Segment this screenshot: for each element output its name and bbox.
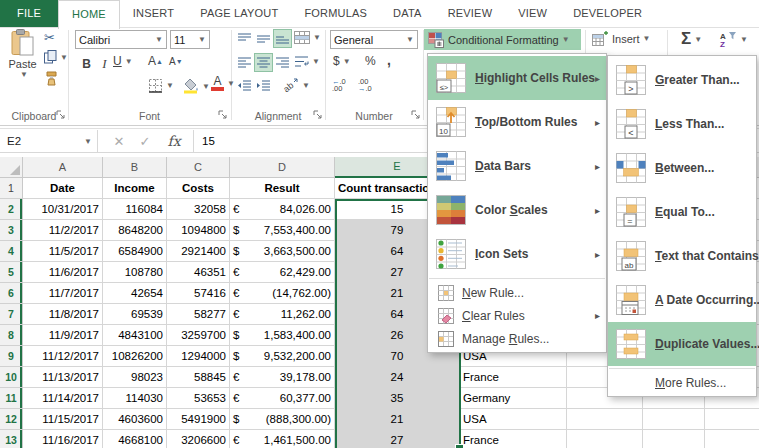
cut-scissors-icon[interactable]: ✂: [44, 30, 55, 45]
tab-insert[interactable]: INSERT: [120, 0, 187, 27]
menu-item-between[interactable]: Between...: [608, 146, 756, 190]
cell-A3[interactable]: 11/2/2017: [23, 220, 103, 241]
menu-item-icon-sets[interactable]: Icon Sets▸: [428, 232, 606, 276]
name-box[interactable]: E2▼: [0, 130, 98, 152]
comma-format-button[interactable]: ,: [387, 52, 391, 68]
cell-F11[interactable]: Germany: [460, 388, 567, 409]
cell-F13[interactable]: France: [460, 430, 567, 448]
select-all-corner[interactable]: [0, 157, 23, 178]
cell-C8[interactable]: 3259700: [167, 325, 230, 346]
enter-check-icon[interactable]: ✓: [133, 130, 157, 152]
row-header-7[interactable]: 7: [0, 304, 23, 325]
insert-function-icon[interactable]: fx: [160, 130, 188, 152]
cell-A5[interactable]: 11/6/2017: [23, 262, 103, 283]
cell-D12[interactable]: $(888,300.00): [230, 409, 335, 430]
italic-button[interactable]: I: [95, 54, 114, 73]
cell-C10[interactable]: 58845: [167, 367, 230, 388]
row-header-12[interactable]: 12: [0, 409, 23, 430]
cell-B9[interactable]: 10826200: [103, 346, 167, 367]
cell-B10[interactable]: 98023: [103, 367, 167, 388]
cell-G12[interactable]: [567, 409, 643, 430]
align-center-icon[interactable]: [254, 53, 273, 72]
column-header-B[interactable]: B: [103, 157, 167, 178]
menu-item-duplicate-values[interactable]: Duplicate Values...: [608, 322, 756, 366]
align-left-icon[interactable]: [235, 53, 254, 72]
menu-item-clear-rules[interactable]: Clear Rules▸: [428, 304, 606, 327]
cell-D8[interactable]: $1,583,400.00: [230, 325, 335, 346]
cell-E10[interactable]: 24: [335, 367, 460, 388]
cell-B11[interactable]: 114030: [103, 388, 167, 409]
tab-view[interactable]: VIEW: [505, 0, 560, 27]
percent-format-button[interactable]: %: [365, 54, 376, 68]
decrease-indent-icon[interactable]: [235, 76, 254, 95]
cell-D7[interactable]: €11,262.00: [230, 304, 335, 325]
row-header-11[interactable]: 11: [0, 388, 23, 409]
cell-B13[interactable]: 4668100: [103, 430, 167, 448]
currency-format-button[interactable]: $▼: [333, 54, 351, 68]
cell-D10[interactable]: €39,178.00: [230, 367, 335, 388]
cell-B4[interactable]: 6584900: [103, 241, 167, 262]
cell-C9[interactable]: 1294000: [167, 346, 230, 367]
row-header-8[interactable]: 8: [0, 325, 23, 346]
tab-formulas[interactable]: FORMULAS: [291, 0, 380, 27]
cancel-icon[interactable]: ✕: [107, 130, 131, 152]
cell-A9[interactable]: 11/12/2017: [23, 346, 103, 367]
menu-item-more-rules[interactable]: More Rules...: [608, 371, 756, 394]
cell-E13[interactable]: 27: [335, 430, 460, 448]
cell-A4[interactable]: 11/5/2017: [23, 241, 103, 262]
align-middle-icon[interactable]: [254, 29, 273, 48]
sort-filter-button[interactable]: AZ▼: [719, 31, 748, 47]
cell-C13[interactable]: 3206600: [167, 430, 230, 448]
bold-button[interactable]: B: [77, 54, 96, 73]
align-bottom-icon[interactable]: [273, 29, 292, 48]
row-header-13[interactable]: 13: [0, 430, 23, 448]
menu-item-less-than[interactable]: <Less Than...: [608, 102, 756, 146]
menu-item-color-scales[interactable]: Color Scales▸: [428, 188, 606, 232]
decrease-font-size-button[interactable]: A▼: [169, 56, 183, 67]
row-header-10[interactable]: 10: [0, 367, 23, 388]
row-header-9[interactable]: 9: [0, 346, 23, 367]
row-header-5[interactable]: 5: [0, 262, 23, 283]
wrap-text-button[interactable]: ▼: [294, 55, 320, 68]
tab-review[interactable]: REVIEW: [435, 0, 506, 27]
cell-H12[interactable]: [643, 409, 705, 430]
menu-item-equal-to[interactable]: =Equal To...: [608, 190, 756, 234]
clipboard-dialog-launcher-icon[interactable]: [56, 110, 66, 120]
cell-B3[interactable]: 8648200: [103, 220, 167, 241]
menu-item-highlight-cells-rules[interactable]: ≤>Highlight Cells Rules▸: [428, 56, 606, 100]
font-dialog-launcher-icon[interactable]: [218, 110, 228, 120]
row-header-2[interactable]: 2: [0, 199, 23, 220]
cell-B7[interactable]: 69539: [103, 304, 167, 325]
fill-handle[interactable]: [455, 444, 464, 448]
cell-D3[interactable]: $7,553,400.00: [230, 220, 335, 241]
alignment-dialog-launcher-icon[interactable]: [313, 110, 323, 120]
menu-item-new-rule[interactable]: New Rule...: [428, 281, 606, 304]
increase-font-size-button[interactable]: A▲: [148, 54, 163, 68]
cell-C11[interactable]: 53653: [167, 388, 230, 409]
cell-A1[interactable]: Date: [23, 178, 103, 199]
conditional-formatting-button[interactable]: Conditional Formatting ▼: [424, 29, 581, 50]
text-orientation-button[interactable]: ab▼: [283, 78, 310, 92]
align-right-icon[interactable]: [273, 53, 292, 72]
cell-B5[interactable]: 108780: [103, 262, 167, 283]
cell-A13[interactable]: 11/16/2017: [23, 430, 103, 448]
cell-E11[interactable]: 35: [335, 388, 460, 409]
cell-C7[interactable]: 58277: [167, 304, 230, 325]
cell-B1[interactable]: Income: [103, 178, 167, 199]
cell-D2[interactable]: €84,026.00: [230, 199, 335, 220]
underline-button[interactable]: U▼: [113, 54, 133, 68]
tab-developer[interactable]: DEVELOPER: [560, 0, 655, 27]
menu-item-data-bars[interactable]: Data Bars▸: [428, 144, 606, 188]
cell-A2[interactable]: 10/31/2017: [23, 199, 103, 220]
cell-C6[interactable]: 57416: [167, 283, 230, 304]
cell-D1[interactable]: Result: [230, 178, 335, 199]
cell-B12[interactable]: 4603600: [103, 409, 167, 430]
cell-C5[interactable]: 46351: [167, 262, 230, 283]
menu-item-a-date-occurring[interactable]: A Date Occurring...: [608, 278, 756, 322]
cell-C2[interactable]: 32058: [167, 199, 230, 220]
font-size-select[interactable]: 11▼: [170, 30, 210, 49]
number-format-select[interactable]: General▼: [330, 30, 418, 49]
cell-F10[interactable]: France: [460, 367, 567, 388]
cell-D4[interactable]: $3,663,500.00: [230, 241, 335, 262]
cell-I13[interactable]: [705, 430, 759, 448]
